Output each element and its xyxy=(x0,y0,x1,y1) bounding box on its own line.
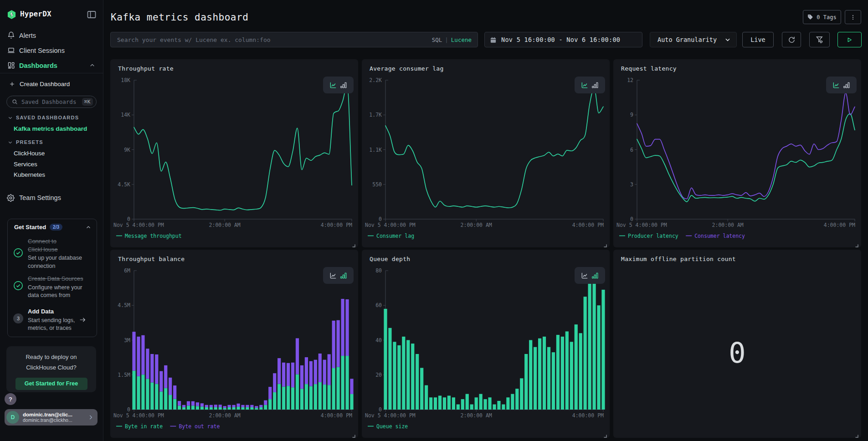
svg-text:2:00:00 AM: 2:00:00 AM xyxy=(209,222,241,228)
resize-handle[interactable] xyxy=(854,241,858,245)
svg-text:Queue size: Queue size xyxy=(376,423,408,430)
bell-icon xyxy=(7,31,15,39)
filter-edit-icon xyxy=(816,36,824,44)
tags-button[interactable]: 0 Tags xyxy=(803,10,841,24)
bar-chart-icon[interactable] xyxy=(340,272,347,279)
chart-mode-toggle xyxy=(826,77,857,93)
resize-handle[interactable] xyxy=(351,431,355,436)
granularity-select[interactable]: Auto Granularity xyxy=(650,32,737,47)
chart-mode-toggle xyxy=(575,77,605,93)
svg-text:Nov 5 4:00:00 PM: Nov 5 4:00:00 PM xyxy=(113,222,164,228)
step-title: Create Data Sources xyxy=(28,275,93,283)
panel-queue-depth: Queue depth020406080Nov 5 4:00:00 PM2:00… xyxy=(362,250,610,438)
step-desc: Set up your database connection xyxy=(28,254,93,270)
events-search-input[interactable]: Search your events w/ Lucene ex. column:… xyxy=(110,32,478,47)
get-started-free-button[interactable]: Get Started for Free xyxy=(15,378,87,390)
bar-chart-icon[interactable] xyxy=(591,272,599,279)
svg-text:1.7K: 1.7K xyxy=(369,112,382,118)
line-chart-icon[interactable] xyxy=(581,272,588,279)
chart-bar: 01.5M3M4.5M6MNov 5 4:00:00 PM2:00:00 AM4… xyxy=(110,250,358,438)
line-chart-icon[interactable] xyxy=(329,82,337,89)
resize-handle[interactable] xyxy=(854,431,858,436)
chart-mode-toggle xyxy=(323,77,354,93)
page-title: Kafka metrics dashboard xyxy=(111,12,248,23)
get-started-step-1[interactable]: Connect to ClickHouse Set up your databa… xyxy=(13,237,93,270)
svg-text:Nov 5 4:00:00 PM: Nov 5 4:00:00 PM xyxy=(365,412,416,419)
filter-button[interactable] xyxy=(809,32,830,47)
svg-text:80: 80 xyxy=(375,267,382,274)
svg-text:4:00:00 PM: 4:00:00 PM xyxy=(321,222,352,228)
search-placeholder: Saved Dashboards xyxy=(21,98,76,105)
big-number-value: 0 xyxy=(613,336,861,369)
step-desc: Start sending logs, metrics, or traces xyxy=(28,317,79,333)
chart-mode-toggle xyxy=(575,267,605,284)
series xyxy=(384,281,605,410)
create-dashboard-label: Create Dashboard xyxy=(20,81,70,87)
line-chart-icon[interactable] xyxy=(581,82,588,89)
shortcut-badge: ⌘K xyxy=(82,98,93,106)
sidebar-item-team-settings[interactable]: Team Settings xyxy=(0,191,103,204)
panel-request-latency: Request latency036912Nov 5 4:00:00 PM2:0… xyxy=(613,59,861,247)
time-range-input[interactable]: Nov 5 16:00:00 - Nov 6 16:00:00 xyxy=(484,32,642,47)
svg-text:550: 550 xyxy=(372,181,382,188)
live-button[interactable]: Live xyxy=(742,32,774,47)
svg-text:2:00:00 AM: 2:00:00 AM xyxy=(461,222,492,228)
sidebar-item-kubernetes[interactable]: Kubernetes xyxy=(0,169,103,180)
sidebar-item-label: Client Sessions xyxy=(19,47,65,54)
svg-text:14K: 14K xyxy=(121,112,130,118)
sidebar-item-client-sessions[interactable]: Client Sessions xyxy=(0,43,103,58)
sidebar-item-kafka-metrics-dashboard[interactable]: Kafka metrics dashboard xyxy=(0,123,103,134)
get-started-step-3[interactable]: 3 Add Data Start sending logs, metrics, … xyxy=(13,308,93,333)
run-query-button[interactable] xyxy=(837,32,862,47)
query-language-toggle[interactable]: SQL|Lucene xyxy=(432,36,472,43)
svg-text:9K: 9K xyxy=(124,147,130,153)
get-started-step-2[interactable]: Create Data Sources Configure where your… xyxy=(13,275,93,300)
line-chart-icon[interactable] xyxy=(832,82,840,89)
sidebar-item-alerts[interactable]: Alerts xyxy=(0,28,103,43)
preset-link-label: ClickHouse xyxy=(14,150,45,157)
svg-text:6: 6 xyxy=(630,147,633,153)
sidebar-item-label: Alerts xyxy=(19,32,36,39)
line-chart-icon[interactable] xyxy=(329,272,337,279)
bar-chart-icon[interactable] xyxy=(591,82,599,89)
resize-handle[interactable] xyxy=(351,241,355,245)
panel-max-offline-partition-count: Maximum offline partition count0 xyxy=(613,250,861,438)
legend: Consumer lag xyxy=(368,233,414,239)
chevron-up-icon[interactable] xyxy=(89,62,95,68)
chevron-down-icon xyxy=(8,115,13,120)
panel-left-icon[interactable] xyxy=(86,9,97,20)
svg-text:0: 0 xyxy=(379,406,382,413)
get-started-header: Get Started 2/3 xyxy=(14,224,91,231)
svg-text:Producer latency: Producer latency xyxy=(628,233,678,239)
svg-text:6M: 6M xyxy=(124,267,130,274)
time-range-value: Nov 5 16:00:00 - Nov 6 16:00:00 xyxy=(501,36,620,43)
section-presets[interactable]: PRESETS xyxy=(0,137,103,147)
series xyxy=(637,93,855,202)
resize-handle[interactable] xyxy=(603,241,607,245)
section-saved-dashboards[interactable]: SAVED DASHBOARDS xyxy=(0,113,103,123)
sidebar-item-services[interactable]: Services xyxy=(0,159,103,169)
chevron-up-icon[interactable] xyxy=(86,225,91,230)
sidebar-item-clickhouse[interactable]: ClickHouse xyxy=(0,148,103,159)
chevron-down-icon xyxy=(8,140,13,145)
svg-text:2:00:00 AM: 2:00:00 AM xyxy=(461,412,492,419)
chart-line: 04.5K9K14K18KNov 5 4:00:00 PM2:00:00 AM4… xyxy=(110,59,358,247)
sidebar: HyperDX Alerts Client Sessions Dashboard… xyxy=(0,0,103,441)
brand-name: HyperDX xyxy=(20,10,51,18)
svg-text:9: 9 xyxy=(630,112,633,118)
legend: Producer latencyConsumer latency xyxy=(619,233,745,239)
kebab-menu-button[interactable] xyxy=(845,10,861,24)
svg-text:4:00:00 PM: 4:00:00 PM xyxy=(321,412,352,419)
sidebar-item-dashboards[interactable]: Dashboards xyxy=(0,58,103,73)
bar-chart-icon[interactable] xyxy=(340,82,347,89)
create-dashboard-button[interactable]: Create Dashboard xyxy=(0,77,103,90)
legend: Message throughput xyxy=(116,233,182,239)
resize-handle[interactable] xyxy=(603,431,607,436)
refresh-button[interactable] xyxy=(782,32,801,47)
chevron-down-icon xyxy=(724,36,731,43)
lang-sql: SQL xyxy=(432,36,442,43)
saved-dashboards-search-input[interactable]: Saved Dashboards ⌘K xyxy=(6,96,97,108)
help-button[interactable]: ? xyxy=(5,393,16,405)
bar-chart-icon[interactable] xyxy=(843,82,850,89)
user-menu[interactable]: D dominic.tran@clic... dominic.tran@clic… xyxy=(5,409,98,426)
